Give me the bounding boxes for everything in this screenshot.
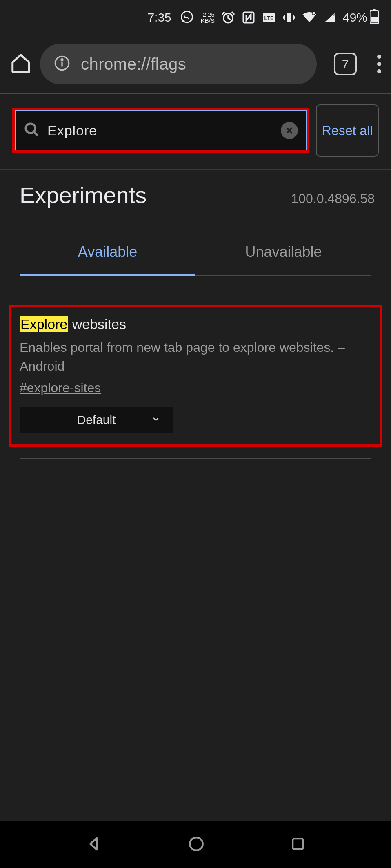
flag-hash-link[interactable]: #explore-sites <box>20 380 101 395</box>
clear-search-icon[interactable] <box>281 122 298 139</box>
nav-home-icon[interactable] <box>188 835 205 854</box>
search-highlight-box <box>12 108 309 153</box>
status-time: 7:35 <box>147 11 171 24</box>
svg-rect-10 <box>373 9 375 11</box>
svg-rect-5 <box>287 13 291 22</box>
search-icon <box>24 121 40 139</box>
network-speed-indicator: 2.25 KB/S <box>201 11 215 24</box>
divider <box>20 458 371 459</box>
wifi-icon <box>302 11 317 24</box>
tab-switcher-button[interactable]: 7 <box>334 53 357 75</box>
svg-line-16 <box>34 132 37 135</box>
address-bar[interactable]: chrome://flags <box>40 44 317 84</box>
svg-rect-11 <box>371 17 378 22</box>
search-input[interactable] <box>47 123 271 139</box>
volte-icon: LTE <box>262 11 276 24</box>
android-status-bar: 7:35 2.25 KB/S LTE x 49% <box>0 0 391 35</box>
whatsapp-icon <box>180 10 194 25</box>
dropdown-value: Default <box>77 413 116 427</box>
svg-text:x: x <box>333 12 335 17</box>
chevron-down-icon <box>151 413 161 427</box>
text-caret <box>273 121 273 139</box>
signal-icon: x <box>323 11 336 24</box>
browser-toolbar: chrome://flags 7 <box>0 35 391 93</box>
version-label: 100.0.4896.58 <box>291 191 375 206</box>
page-title: Experiments <box>20 182 147 208</box>
nav-back-icon[interactable] <box>85 835 102 854</box>
flags-search-field[interactable] <box>15 110 307 150</box>
search-highlight: Explore <box>20 316 68 332</box>
alarm-icon <box>221 11 235 24</box>
tab-available[interactable]: Available <box>20 243 196 276</box>
svg-rect-20 <box>293 839 303 849</box>
overflow-menu-icon[interactable] <box>377 55 381 73</box>
nav-recents-icon[interactable] <box>290 836 306 853</box>
flag-state-dropdown[interactable]: Default <box>20 407 173 433</box>
nfc-icon <box>242 11 255 24</box>
vibrate-icon <box>282 11 295 24</box>
flag-description: Enables portal from new tab page to expl… <box>20 338 371 375</box>
home-icon[interactable] <box>10 52 32 76</box>
flag-result-card: Explore websites Enables portal from new… <box>9 305 382 447</box>
android-nav-bar <box>0 821 391 868</box>
reset-all-button[interactable]: Reset all <box>316 104 379 157</box>
svg-point-19 <box>190 837 203 850</box>
svg-point-7 <box>312 12 315 15</box>
info-icon <box>54 55 70 73</box>
url-text: chrome://flags <box>81 55 186 73</box>
battery-icon <box>370 9 379 27</box>
battery-percentage: 49% <box>343 11 367 24</box>
svg-text:LTE: LTE <box>264 15 273 21</box>
svg-point-14 <box>61 59 63 61</box>
tab-unavailable[interactable]: Unavailable <box>196 243 371 276</box>
flag-title: Explore websites <box>20 316 371 332</box>
